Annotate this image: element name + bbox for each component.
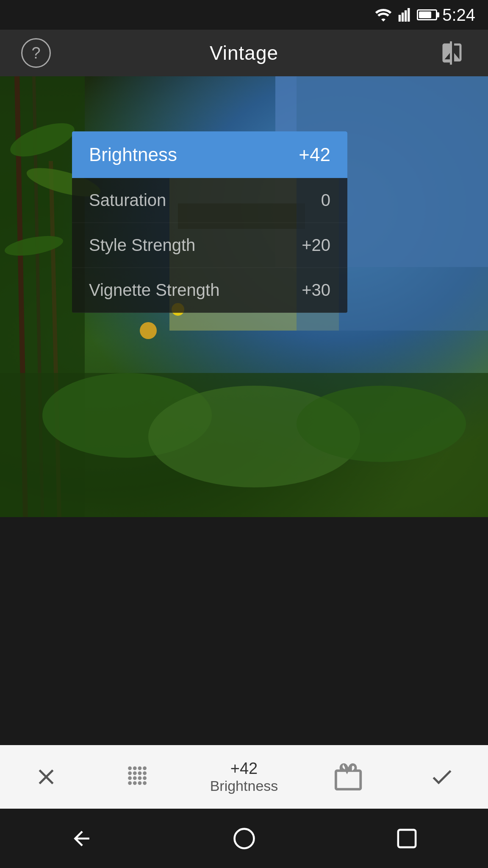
- svg-point-23: [133, 766, 137, 770]
- svg-point-20: [297, 386, 466, 462]
- status-time: 5:24: [442, 6, 475, 25]
- nav-bar: [0, 809, 488, 868]
- svg-point-29: [143, 771, 147, 775]
- help-button[interactable]: ?: [21, 38, 51, 68]
- recents-button[interactable]: [385, 817, 428, 860]
- svg-point-15: [140, 322, 157, 339]
- svg-rect-0: [399, 15, 401, 22]
- cancel-button[interactable]: [25, 756, 67, 798]
- status-icons: 5:24: [374, 6, 475, 25]
- saturation-row[interactable]: Saturation 0: [72, 178, 347, 223]
- svg-point-31: [133, 776, 137, 780]
- svg-point-34: [128, 781, 132, 785]
- vignette-strength-value: +30: [302, 281, 330, 300]
- app-bar: ? Vintage: [0, 30, 488, 76]
- svg-point-28: [138, 771, 142, 775]
- presets-icon: [335, 762, 364, 792]
- signal-icon: [397, 8, 412, 22]
- battery-fill: [419, 11, 431, 18]
- battery-icon: [417, 9, 437, 20]
- saturation-label: Saturation: [89, 191, 166, 210]
- center-label: Brightness: [210, 778, 278, 794]
- svg-point-32: [138, 776, 142, 780]
- svg-rect-1: [402, 13, 404, 22]
- help-icon: ?: [31, 44, 40, 62]
- svg-rect-39: [398, 829, 415, 847]
- svg-point-30: [128, 776, 132, 780]
- svg-rect-3: [408, 8, 410, 22]
- center-value: +42: [230, 760, 258, 778]
- svg-point-22: [128, 766, 132, 770]
- confirm-button[interactable]: [421, 756, 463, 798]
- recents-icon: [395, 827, 419, 850]
- brightness-row[interactable]: Brightness +42: [72, 131, 347, 178]
- wifi-icon: [374, 8, 392, 22]
- dark-spacer: [0, 517, 488, 725]
- overlay-panel[interactable]: Brightness +42 Saturation 0 Style Streng…: [72, 131, 347, 313]
- image-area: Brightness +42 Saturation 0 Style Streng…: [0, 76, 488, 517]
- compare-icon: [439, 40, 465, 66]
- presets-button[interactable]: [328, 756, 371, 798]
- bottom-toolbar: +42 Brightness: [0, 745, 488, 809]
- svg-point-33: [143, 776, 147, 780]
- back-icon: [70, 827, 93, 850]
- svg-point-27: [133, 771, 137, 775]
- svg-point-36: [138, 781, 142, 785]
- svg-point-26: [128, 771, 132, 775]
- filter-icon: [124, 762, 153, 792]
- vignette-strength-row[interactable]: Vignette Strength +30: [72, 268, 347, 313]
- style-strength-row[interactable]: Style Strength +20: [72, 223, 347, 268]
- status-bar: 5:24: [0, 0, 488, 30]
- cancel-icon: [33, 764, 59, 790]
- brightness-label: Brightness: [89, 144, 177, 165]
- svg-point-24: [138, 766, 142, 770]
- back-button[interactable]: [60, 817, 103, 860]
- saturation-value: 0: [321, 191, 330, 210]
- home-icon: [233, 827, 256, 850]
- svg-rect-2: [405, 10, 407, 22]
- center-info: +42 Brightness: [210, 760, 278, 794]
- svg-point-25: [143, 766, 147, 770]
- svg-point-35: [133, 781, 137, 785]
- vignette-strength-label: Vignette Strength: [89, 281, 219, 300]
- svg-point-37: [143, 781, 147, 785]
- compare-button[interactable]: [437, 38, 467, 68]
- style-strength-label: Style Strength: [89, 236, 195, 255]
- app-title: Vintage: [210, 42, 278, 64]
- style-strength-value: +20: [302, 236, 330, 255]
- confirm-icon: [429, 764, 455, 790]
- svg-point-38: [234, 829, 254, 848]
- home-button[interactable]: [223, 817, 265, 860]
- filter-button[interactable]: [117, 756, 160, 798]
- brightness-value: +42: [299, 144, 330, 165]
